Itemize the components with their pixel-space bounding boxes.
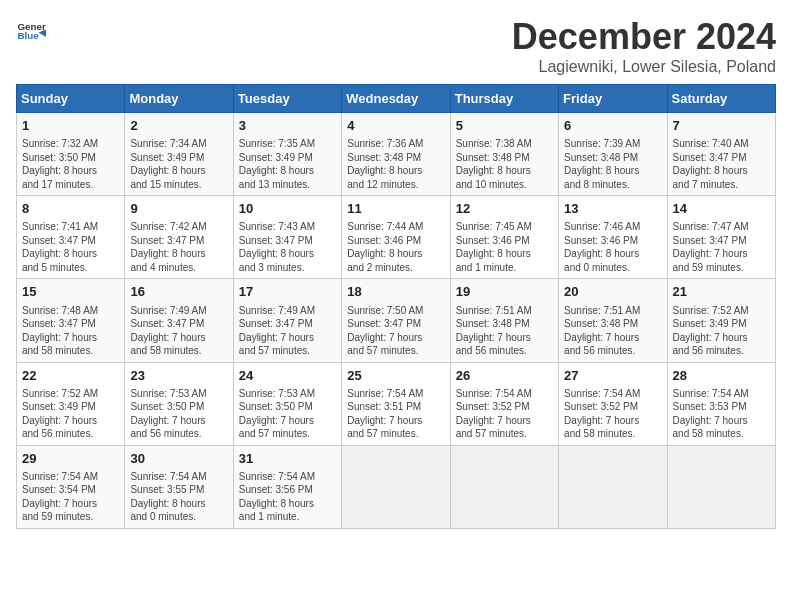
cell-info: Sunrise: 7:54 AMSunset: 3:51 PMDaylight:… <box>347 387 444 441</box>
calendar-cell: 24Sunrise: 7:53 AMSunset: 3:50 PMDayligh… <box>233 362 341 445</box>
calendar-cell <box>667 445 775 528</box>
calendar-cell: 15Sunrise: 7:48 AMSunset: 3:47 PMDayligh… <box>17 279 125 362</box>
cell-info: Sunrise: 7:46 AMSunset: 3:46 PMDaylight:… <box>564 220 661 274</box>
week-row-4: 22Sunrise: 7:52 AMSunset: 3:49 PMDayligh… <box>17 362 776 445</box>
cell-info: Sunrise: 7:39 AMSunset: 3:48 PMDaylight:… <box>564 137 661 191</box>
calendar-cell: 16Sunrise: 7:49 AMSunset: 3:47 PMDayligh… <box>125 279 233 362</box>
cell-info: Sunrise: 7:38 AMSunset: 3:48 PMDaylight:… <box>456 137 553 191</box>
day-number: 21 <box>673 283 770 301</box>
calendar-cell: 13Sunrise: 7:46 AMSunset: 3:46 PMDayligh… <box>559 196 667 279</box>
calendar-cell: 10Sunrise: 7:43 AMSunset: 3:47 PMDayligh… <box>233 196 341 279</box>
cell-info: Sunrise: 7:35 AMSunset: 3:49 PMDaylight:… <box>239 137 336 191</box>
calendar-cell: 3Sunrise: 7:35 AMSunset: 3:49 PMDaylight… <box>233 113 341 196</box>
title-area: December 2024 Lagiewniki, Lower Silesia,… <box>512 16 776 76</box>
calendar-cell <box>559 445 667 528</box>
calendar-cell <box>450 445 558 528</box>
day-number: 18 <box>347 283 444 301</box>
cell-info: Sunrise: 7:54 AMSunset: 3:52 PMDaylight:… <box>456 387 553 441</box>
day-number: 26 <box>456 367 553 385</box>
calendar-cell: 28Sunrise: 7:54 AMSunset: 3:53 PMDayligh… <box>667 362 775 445</box>
calendar-cell: 1Sunrise: 7:32 AMSunset: 3:50 PMDaylight… <box>17 113 125 196</box>
cell-info: Sunrise: 7:51 AMSunset: 3:48 PMDaylight:… <box>564 304 661 358</box>
cell-info: Sunrise: 7:54 AMSunset: 3:56 PMDaylight:… <box>239 470 336 524</box>
calendar-cell: 26Sunrise: 7:54 AMSunset: 3:52 PMDayligh… <box>450 362 558 445</box>
weekday-header-saturday: Saturday <box>667 85 775 113</box>
cell-info: Sunrise: 7:54 AMSunset: 3:55 PMDaylight:… <box>130 470 227 524</box>
calendar-cell: 19Sunrise: 7:51 AMSunset: 3:48 PMDayligh… <box>450 279 558 362</box>
day-number: 8 <box>22 200 119 218</box>
day-number: 12 <box>456 200 553 218</box>
day-number: 15 <box>22 283 119 301</box>
day-number: 24 <box>239 367 336 385</box>
month-title: December 2024 <box>512 16 776 58</box>
week-row-5: 29Sunrise: 7:54 AMSunset: 3:54 PMDayligh… <box>17 445 776 528</box>
day-number: 7 <box>673 117 770 135</box>
weekday-header-tuesday: Tuesday <box>233 85 341 113</box>
calendar-cell: 5Sunrise: 7:38 AMSunset: 3:48 PMDaylight… <box>450 113 558 196</box>
calendar-cell: 23Sunrise: 7:53 AMSunset: 3:50 PMDayligh… <box>125 362 233 445</box>
calendar-cell: 18Sunrise: 7:50 AMSunset: 3:47 PMDayligh… <box>342 279 450 362</box>
calendar-cell: 29Sunrise: 7:54 AMSunset: 3:54 PMDayligh… <box>17 445 125 528</box>
svg-text:Blue: Blue <box>18 30 40 41</box>
weekday-header-row: SundayMondayTuesdayWednesdayThursdayFrid… <box>17 85 776 113</box>
day-number: 6 <box>564 117 661 135</box>
cell-info: Sunrise: 7:49 AMSunset: 3:47 PMDaylight:… <box>239 304 336 358</box>
day-number: 17 <box>239 283 336 301</box>
day-number: 5 <box>456 117 553 135</box>
cell-info: Sunrise: 7:36 AMSunset: 3:48 PMDaylight:… <box>347 137 444 191</box>
day-number: 2 <box>130 117 227 135</box>
day-number: 13 <box>564 200 661 218</box>
day-number: 25 <box>347 367 444 385</box>
cell-info: Sunrise: 7:40 AMSunset: 3:47 PMDaylight:… <box>673 137 770 191</box>
cell-info: Sunrise: 7:48 AMSunset: 3:47 PMDaylight:… <box>22 304 119 358</box>
day-number: 14 <box>673 200 770 218</box>
week-row-3: 15Sunrise: 7:48 AMSunset: 3:47 PMDayligh… <box>17 279 776 362</box>
logo-icon: General Blue <box>16 16 46 46</box>
calendar-cell: 11Sunrise: 7:44 AMSunset: 3:46 PMDayligh… <box>342 196 450 279</box>
calendar-cell: 12Sunrise: 7:45 AMSunset: 3:46 PMDayligh… <box>450 196 558 279</box>
day-number: 1 <box>22 117 119 135</box>
day-number: 19 <box>456 283 553 301</box>
cell-info: Sunrise: 7:52 AMSunset: 3:49 PMDaylight:… <box>673 304 770 358</box>
calendar-cell: 14Sunrise: 7:47 AMSunset: 3:47 PMDayligh… <box>667 196 775 279</box>
day-number: 23 <box>130 367 227 385</box>
cell-info: Sunrise: 7:53 AMSunset: 3:50 PMDaylight:… <box>239 387 336 441</box>
weekday-header-monday: Monday <box>125 85 233 113</box>
cell-info: Sunrise: 7:54 AMSunset: 3:52 PMDaylight:… <box>564 387 661 441</box>
cell-info: Sunrise: 7:49 AMSunset: 3:47 PMDaylight:… <box>130 304 227 358</box>
day-number: 30 <box>130 450 227 468</box>
calendar-table: SundayMondayTuesdayWednesdayThursdayFrid… <box>16 84 776 529</box>
day-number: 27 <box>564 367 661 385</box>
calendar-cell: 20Sunrise: 7:51 AMSunset: 3:48 PMDayligh… <box>559 279 667 362</box>
day-number: 31 <box>239 450 336 468</box>
cell-info: Sunrise: 7:47 AMSunset: 3:47 PMDaylight:… <box>673 220 770 274</box>
cell-info: Sunrise: 7:54 AMSunset: 3:54 PMDaylight:… <box>22 470 119 524</box>
week-row-1: 1Sunrise: 7:32 AMSunset: 3:50 PMDaylight… <box>17 113 776 196</box>
cell-info: Sunrise: 7:52 AMSunset: 3:49 PMDaylight:… <box>22 387 119 441</box>
weekday-header-sunday: Sunday <box>17 85 125 113</box>
calendar-cell: 30Sunrise: 7:54 AMSunset: 3:55 PMDayligh… <box>125 445 233 528</box>
weekday-header-wednesday: Wednesday <box>342 85 450 113</box>
calendar-cell: 4Sunrise: 7:36 AMSunset: 3:48 PMDaylight… <box>342 113 450 196</box>
calendar-cell: 21Sunrise: 7:52 AMSunset: 3:49 PMDayligh… <box>667 279 775 362</box>
calendar-cell: 8Sunrise: 7:41 AMSunset: 3:47 PMDaylight… <box>17 196 125 279</box>
cell-info: Sunrise: 7:44 AMSunset: 3:46 PMDaylight:… <box>347 220 444 274</box>
cell-info: Sunrise: 7:45 AMSunset: 3:46 PMDaylight:… <box>456 220 553 274</box>
cell-info: Sunrise: 7:51 AMSunset: 3:48 PMDaylight:… <box>456 304 553 358</box>
cell-info: Sunrise: 7:50 AMSunset: 3:47 PMDaylight:… <box>347 304 444 358</box>
logo: General Blue <box>16 16 46 46</box>
calendar-cell: 2Sunrise: 7:34 AMSunset: 3:49 PMDaylight… <box>125 113 233 196</box>
cell-info: Sunrise: 7:42 AMSunset: 3:47 PMDaylight:… <box>130 220 227 274</box>
week-row-2: 8Sunrise: 7:41 AMSunset: 3:47 PMDaylight… <box>17 196 776 279</box>
cell-info: Sunrise: 7:43 AMSunset: 3:47 PMDaylight:… <box>239 220 336 274</box>
day-number: 3 <box>239 117 336 135</box>
calendar-cell <box>342 445 450 528</box>
day-number: 4 <box>347 117 444 135</box>
day-number: 16 <box>130 283 227 301</box>
day-number: 22 <box>22 367 119 385</box>
calendar-cell: 6Sunrise: 7:39 AMSunset: 3:48 PMDaylight… <box>559 113 667 196</box>
cell-info: Sunrise: 7:53 AMSunset: 3:50 PMDaylight:… <box>130 387 227 441</box>
calendar-cell: 31Sunrise: 7:54 AMSunset: 3:56 PMDayligh… <box>233 445 341 528</box>
cell-info: Sunrise: 7:54 AMSunset: 3:53 PMDaylight:… <box>673 387 770 441</box>
weekday-header-thursday: Thursday <box>450 85 558 113</box>
